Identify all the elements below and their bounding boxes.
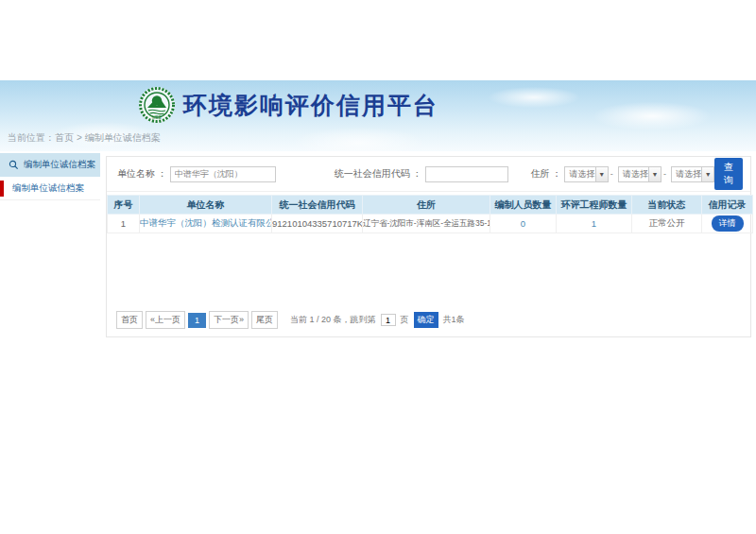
credit-code-label: 统一社会信用代码 ： bbox=[335, 167, 422, 181]
breadcrumb-current: 编制单位诚信档案 bbox=[85, 132, 161, 143]
svg-text:MEE: MEE bbox=[152, 115, 162, 120]
address-province-select[interactable]: 请选择 ▼ bbox=[564, 166, 608, 182]
table-row: 1 中谱华宇（沈阳）检测认证有限公司 91210104335710717K 辽宁… bbox=[108, 215, 753, 233]
pagination: 首页 «上一页 1 下一页» 尾页 当前 1 / 20 条，跳到第 页 确定 共… bbox=[116, 311, 465, 329]
breadcrumb: 当前位置：首页>编制单位诚信档案 bbox=[8, 131, 161, 145]
staff-count-link[interactable]: 0 bbox=[521, 218, 525, 229]
col-engineer-count: 环评工程师数量 bbox=[557, 196, 632, 215]
select-separator: - bbox=[610, 169, 613, 179]
page: MEE 环境影响评价信用平台 当前位置：首页>编制单位诚信档案 编制单位诚信档案… bbox=[0, 0, 756, 534]
chevron-down-icon: ▼ bbox=[648, 167, 661, 181]
col-unit-name: 单位名称 bbox=[140, 196, 272, 215]
search-icon bbox=[9, 160, 19, 170]
credit-code-input[interactable] bbox=[425, 166, 508, 182]
search-button[interactable]: 查询 bbox=[714, 158, 743, 190]
col-address: 住所 bbox=[363, 196, 490, 215]
breadcrumb-home-link[interactable]: 首页 bbox=[55, 132, 74, 143]
select-value: 请选择 bbox=[623, 168, 648, 181]
detail-button[interactable]: 详情 bbox=[712, 215, 744, 232]
col-status: 当前状态 bbox=[632, 196, 702, 215]
col-credit-code: 统一社会信用代码 bbox=[272, 196, 363, 215]
page-title: 环境影响评价信用平台 bbox=[183, 90, 438, 121]
sidebar-item-unit-credit-archive[interactable]: 编制单位诚信档案 bbox=[0, 177, 100, 200]
select-value: 请选择 bbox=[569, 168, 594, 181]
address-city-select[interactable]: 请选择 ▼ bbox=[618, 166, 662, 182]
table-header-row: 序号 单位名称 统一社会信用代码 住所 编制人员数量 环评工程师数量 当前状态 … bbox=[108, 196, 753, 215]
pagination-prev-button[interactable]: «上一页 bbox=[146, 311, 185, 329]
col-index: 序号 bbox=[108, 196, 140, 215]
sidebar: 编制单位诚信档案 编制单位诚信档案 bbox=[0, 153, 100, 200]
breadcrumb-separator: > bbox=[77, 132, 82, 143]
brand: MEE 环境影响评价信用平台 bbox=[138, 85, 438, 125]
address-district-select[interactable]: 请选择 ▼ bbox=[671, 166, 714, 182]
pagination-confirm-button[interactable]: 确定 bbox=[414, 312, 438, 328]
address-value: 辽宁省-沈阳市-浑南区-全运五路35-1号楼902 bbox=[363, 215, 490, 233]
mee-logo-icon: MEE bbox=[138, 86, 176, 124]
pagination-last-button[interactable]: 尾页 bbox=[251, 311, 278, 329]
results-table: 序号 单位名称 统一社会信用代码 住所 编制人员数量 环评工程师数量 当前状态 … bbox=[107, 195, 753, 233]
status-value: 正常公开 bbox=[632, 215, 702, 233]
unit-name-label: 单位名称 ： bbox=[117, 167, 167, 181]
pagination-current-page[interactable]: 1 bbox=[188, 313, 206, 328]
select-separator: - bbox=[663, 169, 666, 179]
page-jump-input[interactable] bbox=[381, 314, 396, 326]
col-credit-record: 信用记录 bbox=[702, 196, 753, 215]
select-value: 请选择 bbox=[676, 168, 701, 181]
chevron-down-icon: ▼ bbox=[701, 167, 713, 181]
pagination-first-button[interactable]: 首页 bbox=[116, 311, 143, 329]
search-form: 单位名称 ： 统一社会信用代码 ： 住所 ： 请选择 ▼ - 请选择 ▼ - 请… bbox=[107, 157, 750, 192]
col-staff-count: 编制人员数量 bbox=[490, 196, 557, 215]
pagination-next-button[interactable]: 下一页» bbox=[209, 311, 249, 329]
pagination-total: 共1条 bbox=[443, 314, 465, 326]
unit-name-input[interactable] bbox=[170, 166, 276, 182]
chevron-down-icon: ▼ bbox=[595, 167, 608, 181]
sidebar-item-label: 编制单位诚信档案 bbox=[24, 159, 95, 171]
row-index: 1 bbox=[108, 215, 140, 233]
content-panel: 单位名称 ： 统一社会信用代码 ： 住所 ： 请选择 ▼ - 请选择 ▼ - 请… bbox=[106, 156, 751, 337]
banner: MEE 环境影响评价信用平台 当前位置：首页>编制单位诚信档案 bbox=[0, 80, 756, 151]
breadcrumb-label: 当前位置： bbox=[8, 132, 55, 143]
address-label: 住所 ： bbox=[531, 167, 562, 181]
active-item-marker bbox=[0, 181, 4, 197]
pagination-info-suffix: 页 bbox=[401, 314, 409, 326]
sidebar-item-unit-credit-archive-group[interactable]: 编制单位诚信档案 bbox=[0, 153, 100, 177]
pagination-info: 当前 1 / 20 条，跳到第 bbox=[290, 314, 376, 326]
credit-code-value: 91210104335710717K bbox=[272, 215, 363, 233]
unit-name-link[interactable]: 中谱华宇（沈阳）检测认证有限公司 bbox=[140, 217, 272, 228]
engineer-count-link[interactable]: 1 bbox=[592, 218, 596, 229]
sidebar-item-label: 编制单位诚信档案 bbox=[12, 182, 84, 195]
